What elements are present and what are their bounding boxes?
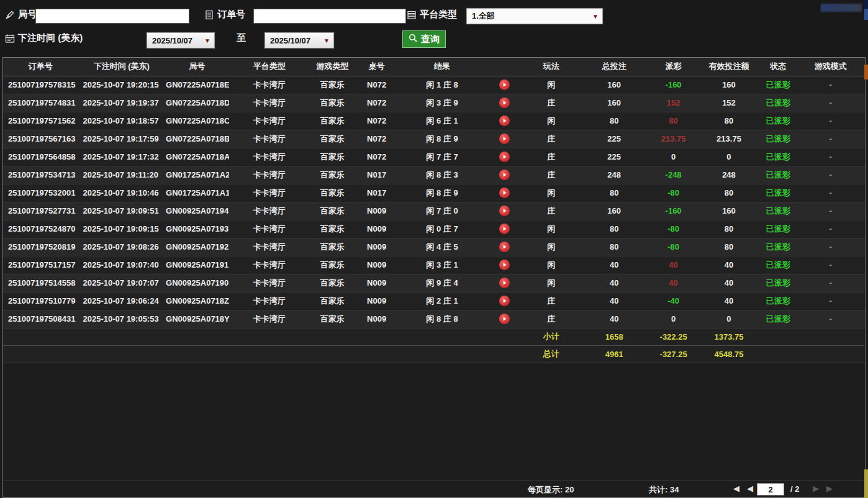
cell-valid-bet: 80 [698,184,760,202]
table-row[interactable]: 251007197574831 2025-10-07 19:19:37 GN07… [3,94,865,112]
cell-status: 已派彩 [760,220,796,238]
cell-payout: 152 [649,94,697,112]
to-label: 至 [237,32,246,44]
filter-bar: 局号 订单号 平台类型 1.全部 ▼ 下注时间 (美东) 2025/10/07 … [0,0,868,57]
cell-game-mode: - [796,310,865,328]
table-row[interactable]: 251007197520819 2025-10-07 19:08:26 GN00… [3,238,865,256]
order-number-label: 订单号 [217,9,245,20]
clipboard-icon [204,10,214,20]
cell-valid-bet: 0 [698,310,760,328]
last-page-icon[interactable]: ▶ [824,484,835,493]
cell-round-number: GN07225A0718C [165,112,228,130]
cell-valid-bet: 80 [698,220,760,238]
bet-time-label: 下注时间 (美东) [18,32,83,44]
subtotal-valid: 1373.75 [698,328,760,345]
cell-bet-time: 2025-10-07 19:10:46 [78,184,166,202]
cell-result: 闲 1 庄 8 [399,76,486,94]
cell-round-number: GN00925A07194 [165,202,228,220]
cell-play-type: 闲 [523,238,579,256]
round-number-input[interactable] [35,9,189,24]
order-number-input[interactable] [253,9,406,24]
cell-platform: 卡卡湾厅 [229,202,310,220]
col-header-video [486,58,523,76]
cell-table-number: N017 [355,166,398,184]
cell-status: 已派彩 [760,148,796,166]
cell-valid-bet: 213.75 [698,130,760,148]
first-page-icon[interactable]: ◀ [731,484,742,493]
cell-result: 闲 7 庄 0 [399,202,486,220]
table-header-row: 订单号 下注时间 (美东) 局号 平台类型 游戏类型 桌号 结果 玩法 总投注 … [3,58,865,76]
cell-game-type: 百家乐 [310,274,355,292]
table-row[interactable]: 251007197567163 2025-10-07 19:17:59 GN07… [3,130,865,148]
record-count-display: 共计: 34 [649,484,679,496]
table-row[interactable]: 251007197564858 2025-10-07 19:17:32 GN07… [3,148,865,166]
platform-type-select[interactable]: 1.全部 ▼ [466,8,603,24]
col-header-table: 桌号 [355,58,398,76]
table-row[interactable]: 251007197517157 2025-10-07 19:07:40 GN00… [3,256,865,274]
play-video-icon[interactable] [499,242,510,252]
cell-game-mode: - [796,256,865,274]
cell-table-number: N009 [355,310,398,328]
play-video-icon[interactable] [499,224,510,234]
play-video-icon[interactable] [499,206,510,216]
cell-round-number: GN00925A07191 [165,256,228,274]
play-video-icon[interactable] [499,170,510,180]
play-video-icon[interactable] [499,296,510,306]
cell-result: 闲 8 庄 3 [399,166,486,184]
cell-platform: 卡卡湾厅 [229,292,310,310]
date-from-select[interactable]: 2025/10/07 ▼ [147,32,215,48]
table-row[interactable]: 251007197534713 2025-10-07 19:11:20 GN01… [3,166,865,184]
play-video-icon[interactable] [499,278,510,288]
chevron-down-icon: ▼ [592,13,599,20]
cell-order-number: 251007197510779 [3,292,78,310]
table-row[interactable]: 251007197527731 2025-10-07 19:09:51 GN00… [3,202,865,220]
cell-table-number: N072 [355,130,398,148]
total-payout: -327.25 [649,345,697,363]
play-video-icon[interactable] [499,152,510,162]
cell-video [486,112,523,130]
cell-valid-bet: 160 [698,202,760,220]
cell-video [486,292,523,310]
date-to-select[interactable]: 2025/10/07 ▼ [264,32,334,48]
play-video-icon[interactable] [499,260,510,270]
search-icon [409,34,418,45]
cell-game-type: 百家乐 [310,184,355,202]
query-button[interactable]: 查询 [402,30,446,48]
table-row[interactable]: 251007197578315 2025-10-07 19:20:15 GN07… [3,76,865,94]
next-page-icon[interactable]: ▶ [810,484,821,493]
cell-bet-time: 2025-10-07 19:07:07 [78,274,166,292]
table-row[interactable]: 251007197571562 2025-10-07 19:18:57 GN07… [3,112,865,130]
table-row[interactable]: 251007197524870 2025-10-07 19:09:15 GN00… [3,220,865,238]
results-panel: 订单号 下注时间 (美东) 局号 平台类型 游戏类型 桌号 结果 玩法 总投注 … [2,57,866,498]
cell-round-number: GN01725A071A2 [165,166,228,184]
col-header-result: 结果 [399,58,486,76]
play-video-icon[interactable] [499,115,510,126]
table-row[interactable]: 251007197514558 2025-10-07 19:07:07 GN00… [3,274,865,292]
cell-status: 已派彩 [760,274,796,292]
round-number-label: 局号 [18,9,37,20]
cell-payout: -80 [649,238,697,256]
play-video-icon[interactable] [499,134,510,144]
subtotal-label: 小计 [523,328,579,345]
cell-video [486,76,523,94]
cell-total-bet: 160 [579,202,649,220]
play-video-icon[interactable] [499,79,510,90]
play-video-icon[interactable] [499,314,510,324]
cell-total-bet: 248 [579,166,649,184]
table-row[interactable]: 251007197532001 2025-10-07 19:10:46 GN01… [3,184,865,202]
play-video-icon[interactable] [499,97,510,108]
table-row[interactable]: 251007197510779 2025-10-07 19:06:24 GN00… [3,292,865,310]
cell-payout: -248 [649,166,697,184]
table-row[interactable]: 251007197508431 2025-10-07 19:05:53 GN00… [3,310,865,328]
cell-platform: 卡卡湾厅 [229,94,310,112]
cell-round-number: GN00925A07193 [165,220,228,238]
prev-page-icon[interactable]: ◀ [744,484,756,493]
play-video-icon[interactable] [499,188,510,198]
page-number-input[interactable] [757,483,784,496]
cell-round-number: GN00925A0718Y [165,310,228,328]
cell-game-mode: - [796,130,865,148]
cell-game-mode: - [796,112,865,130]
cell-play-type: 闲 [523,274,579,292]
cell-game-type: 百家乐 [310,202,355,220]
col-header-order: 订单号 [3,58,78,76]
